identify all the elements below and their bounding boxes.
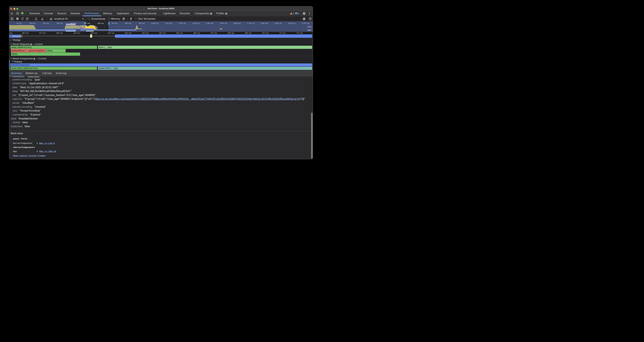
- svg-text:1,397 ms: 1,397 ms: [192, 22, 200, 24]
- svg-text:1,097 ms: 1,097 ms: [151, 22, 158, 24]
- svg-text:2,097 ms: 2,097 ms: [288, 22, 296, 24]
- svg-text:NET: NET: [308, 29, 312, 32]
- svg-text:1,297 ms: 1,297 ms: [178, 22, 186, 24]
- svg-text:797 ms: 797 ms: [112, 22, 118, 24]
- svg-text:697 ms: 697 ms: [98, 22, 104, 24]
- svg-text:397 ms: 397 ms: [56, 22, 62, 24]
- svg-text:1,597 ms: 1,597 ms: [220, 22, 227, 24]
- svg-text:1,997 ms: 1,997 ms: [274, 22, 282, 24]
- svg-text:1,497 ms: 1,497 ms: [206, 22, 214, 24]
- svg-text:1,197 ms: 1,197 ms: [165, 22, 172, 24]
- svg-text:2,197 ms: 2,197 ms: [302, 22, 309, 24]
- svg-text:197 ms: 197 ms: [29, 22, 35, 24]
- svg-text:1,797 ms: 1,797 ms: [247, 22, 254, 24]
- svg-text:1,697 ms: 1,697 ms: [233, 22, 241, 24]
- svg-text:297 ms: 297 ms: [43, 22, 49, 24]
- svg-text:997 ms: 997 ms: [139, 22, 145, 24]
- svg-text:897 ms: 897 ms: [125, 22, 131, 24]
- svg-text:1,897 ms: 1,897 ms: [260, 22, 268, 24]
- svg-text:97 ms: 97 ms: [16, 22, 22, 24]
- svg-text:CPU: CPU: [308, 26, 312, 28]
- svg-text:497 ms: 497 ms: [70, 22, 76, 24]
